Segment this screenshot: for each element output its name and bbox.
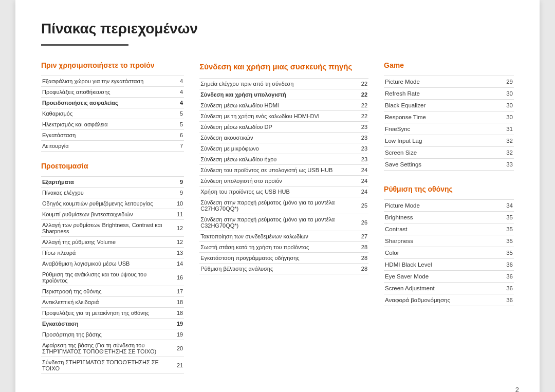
game-section-title: Game (384, 61, 514, 69)
game-item-label: Black Equalizer (384, 100, 502, 111)
toc-item-num: 4 (174, 87, 184, 98)
toc-item-num: 18 (174, 308, 184, 319)
toc-item-label: Περιστροφή της οθόνης (41, 286, 174, 297)
toc-item-label: Σωστή στάση κατά τη χρήση του προϊόντος (199, 242, 358, 253)
toc-item-num: 24 (358, 186, 368, 197)
screen-item-num: 36 (502, 271, 514, 283)
toc-item-num: 28 (358, 253, 368, 264)
toc-item-num: 12 (174, 237, 184, 248)
toc-item-num: 18 (174, 297, 184, 308)
toc-item-num: 5 (174, 108, 184, 119)
toc-item-label: Εξασφάλιση χώρου για την εγκατάσταση (41, 76, 174, 87)
screen-item-num: 35 (502, 247, 514, 259)
screen-item-label: Sharpness (384, 235, 502, 247)
game-item-label: FreeSync (384, 123, 502, 135)
toc-item-label: Σύνδεση και χρήση υπολογιστή (199, 89, 358, 100)
toc-item-num: 7 (174, 141, 184, 152)
toc-item-label: Προφυλάξεις για τη μετακίνηση της οθόνης (41, 308, 174, 319)
toc-item-num: 26 (358, 214, 368, 231)
toc-item-num: 20 (174, 340, 184, 357)
screen-item-label: Picture Mode (384, 200, 502, 212)
toc-item-num: 22 (358, 100, 368, 111)
screen-item-label: Eye Saver Mode (384, 271, 502, 283)
toc-item-num: 19 (174, 319, 184, 329)
toc-item-num: 9 (174, 188, 184, 198)
page-title: Πίνακας περιεχομένων (41, 21, 514, 40)
screen-item-num: 36 (502, 283, 514, 294)
left-column: Πριν χρησιμοποιήσετε το προϊόν Εξασφάλισ… (41, 61, 184, 383)
page: Πίνακας περιεχομένων Πριν χρησιμοποιήσετ… (15, 0, 540, 392)
toc-item-label: Σύνδεση του προϊόντος σε υπολογιστή ως U… (199, 165, 358, 176)
toc-item-label: Πίσω πλευρά (41, 248, 174, 258)
toc-item-num: 22 (358, 111, 368, 122)
toc-item-label: Αντικλεπτική κλειδαριά (41, 297, 174, 308)
game-item-num: 32 (502, 135, 514, 147)
toc-item-label: Σύνδεση στην παροχή ρεύματος (μόνο για τ… (199, 197, 358, 214)
toc-item-num: 4 (174, 98, 184, 108)
screen-item-label: HDMI Black Level (384, 259, 502, 271)
toc-item-label: Σύνδεση μέσω καλωδίου HDMI (199, 100, 358, 111)
toc-item-label: Οδηγός κουμπιών ρυθμιζόμενης λειτουργίας (41, 198, 174, 209)
game-item-num: 30 (502, 100, 514, 111)
toc-item-label: Σύνδεση με τη χρήση ενός καλωδίου HDMI-D… (199, 111, 358, 122)
mid-section-title: Σύνδεση και χρήση μιας συσκευής πηγής (199, 61, 368, 72)
toc-item-num: 23 (358, 133, 368, 143)
toc-item-label: Αφαίρεση της βάσης (Για τη σύνδεση του Σ… (41, 340, 174, 357)
toc-item-label: Σύνδεση υπολογιστή στο προϊόν (199, 176, 358, 186)
mid-column: Σύνδεση και χρήση μιας συσκευής πηγής Ση… (199, 61, 368, 383)
toc-item-num: 5 (174, 119, 184, 130)
screen-item-label: Brightness (384, 212, 502, 223)
game-item-num: 31 (502, 123, 514, 135)
toc-item-label: Σύνδεση μέσω καλωδίου DP (199, 122, 358, 133)
toc-item-num: 17 (174, 286, 184, 297)
game-item-num: 33 (502, 159, 514, 171)
section2-table: Εξαρτήματα9Πίνακας ελέγχου9Οδηγός κουμπι… (41, 176, 184, 374)
toc-item-label: Αλλαγή της ρύθμισης Volume (41, 237, 174, 248)
game-item-label: Picture Mode (384, 76, 502, 88)
game-item-num: 30 (502, 88, 514, 100)
toc-item-num: 14 (174, 258, 184, 269)
game-item-label: Refresh Rate (384, 88, 502, 100)
toc-item-label: Καθαρισμός (41, 108, 174, 119)
toc-item-num: 6 (174, 130, 184, 141)
right-column: Game Picture Mode29Refresh Rate30Black E… (384, 61, 514, 383)
toc-item-num: 23 (358, 122, 368, 133)
toc-item-num: 23 (358, 154, 368, 165)
toc-item-label: Σύνδεση με μικρόφωνο (199, 143, 358, 154)
game-item-label: Response Time (384, 111, 502, 123)
toc-item-num: 9 (174, 177, 184, 188)
toc-item-label: Σύνδεση στην παροχή ρεύματος (μόνο για τ… (199, 214, 358, 231)
toc-item-label: Σύνδεση ακουστικών (199, 133, 358, 143)
screen-item-label: Screen Adjustment (384, 283, 502, 294)
toc-item-label: Εγκατάσταση (41, 130, 174, 141)
section2-title: Προετοιμασία (41, 162, 184, 170)
screen-item-label: Contrast (384, 223, 502, 235)
toc-item-num: 28 (358, 242, 368, 253)
toc-item-label: Λειτουργία (41, 141, 174, 152)
toc-item-num: 28 (358, 264, 368, 274)
screen-section: Ρύθμιση της οθόνης Picture Mode34Brightn… (384, 185, 514, 306)
toc-item-num: 24 (358, 176, 368, 186)
mid-table: Σημεία ελέγχου πριν από τη σύνδεση22Σύνδ… (199, 78, 368, 274)
toc-item-num: 4 (174, 76, 184, 87)
screen-table: Picture Mode34Brightness35Contrast35Shar… (384, 199, 514, 306)
screen-item-num: 35 (502, 235, 514, 247)
toc-item-label: Ηλεκτρισμός και ασφάλεια (41, 119, 174, 130)
screen-item-num: 36 (502, 259, 514, 271)
game-item-num: 29 (502, 76, 514, 88)
toc-item-num: 10 (174, 198, 184, 209)
game-table: Picture Mode29Refresh Rate30Black Equali… (384, 76, 514, 171)
section1-table: Εξασφάλιση χώρου για την εγκατάσταση4Προ… (41, 76, 184, 152)
toc-item-label: Σημεία ελέγχου πριν από τη σύνδεση (199, 79, 358, 89)
toc-item-label: Ρύθμιση της ανάκλισης και του ύψους του … (41, 269, 174, 286)
screen-item-num: 36 (502, 294, 514, 306)
section1-title: Πριν χρησιμοποιήσετε το προϊόν (41, 61, 184, 69)
title-underline (41, 44, 128, 46)
toc-item-num: 22 (358, 79, 368, 89)
screen-item-label: Αναφορά βαθμονόμησης (384, 294, 502, 306)
toc-item-num: 27 (358, 231, 368, 242)
game-item-label: Save Settings (384, 159, 502, 171)
toc-item-label: Προειδοποιήσεις ασφαλείας (41, 98, 174, 108)
toc-item-num: 11 (174, 209, 184, 220)
toc-item-label: Σύνδεση ΣΤΗΡΊΓΜΑΤΟΣ ΤΟΠΟΘΈΤΗΣΗΣ ΣΕ ΤΟΙΧΟ (41, 357, 174, 374)
